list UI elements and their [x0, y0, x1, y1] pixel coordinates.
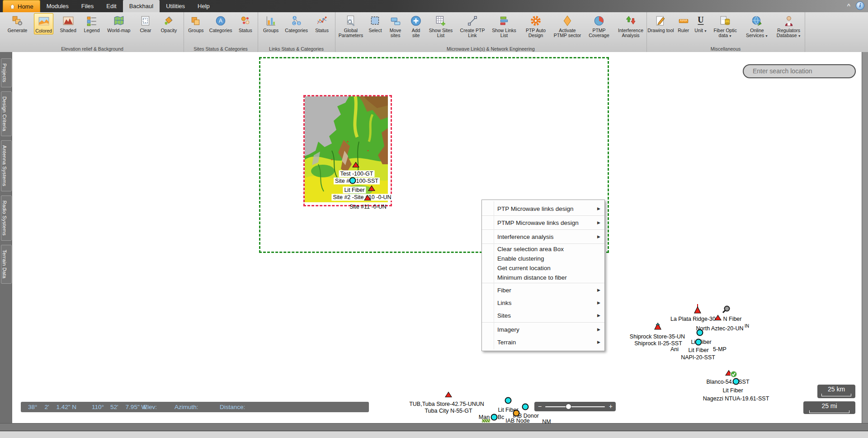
map-canvas[interactable]: [12, 52, 862, 423]
ribbon-button-select[interactable]: Select: [367, 13, 384, 33]
map-right-edge: [862, 52, 868, 423]
opacity-icon: [163, 14, 175, 28]
ruler-icon: [678, 14, 689, 28]
ribbon-button-colored[interactable]: Colored: [34, 13, 53, 34]
ribbon-button-unit[interactable]: UUnit ▼: [692, 13, 709, 34]
sidebar-tab-design-criteria[interactable]: Design Criteria: [1, 91, 12, 136]
ribbon-button-shaded[interactable]: Shaded: [59, 13, 77, 33]
application-window: HomeModulesFilesEditBackhaulUtilitiesHel…: [0, 0, 868, 438]
ribbon-button-label: Activate PTMP sector: [552, 28, 582, 38]
info-icon[interactable]: i: [856, 1, 864, 10]
ribbon-button-label: Ruler: [678, 28, 689, 33]
svg-text:A: A: [219, 18, 222, 24]
ribbon-group-sites-status-categories: GroupsACategoriesStatusSites Status & Ca…: [184, 12, 258, 52]
ribbon-button-online-services[interactable]: Online Services ▼: [741, 13, 773, 39]
ribbon-button-world-map[interactable]: World-map: [106, 13, 131, 33]
tab-label: Help: [198, 3, 210, 10]
menu-bar: HomeModulesFilesEditBackhaulUtilitiesHel…: [0, 0, 868, 12]
ribbon-button-label: Legend: [84, 28, 99, 33]
svg-text:U: U: [698, 15, 703, 24]
tab-edit[interactable]: Edit: [100, 0, 123, 12]
ribbon-group-links-status-categories: GroupsACBCategoriesStatusLinks Status & …: [258, 12, 335, 52]
ribbon-button-ruler[interactable]: Ruler: [675, 13, 692, 33]
ribbon-button-ptp-auto-design[interactable]: PTP Auto Design: [520, 13, 552, 38]
tab-utilities[interactable]: Utilities: [160, 0, 191, 12]
tab-files[interactable]: Files: [75, 0, 100, 12]
ribbon-button-label: Interference Analysis: [616, 28, 646, 38]
ribbon-button-label: PTP Auto Design: [521, 28, 551, 38]
ribbon-button-fiber-optic-data[interactable]: Fiber Optic data ▼: [709, 13, 741, 39]
ribbon-button-label: Generate: [8, 28, 28, 33]
global-parameters-icon: [345, 14, 357, 28]
ribbon-button-create-ptp-link[interactable]: Create PTP Link: [457, 13, 488, 38]
ribbon-group-elevation-relief-background: GenerateColoredShadedLegendWorld-mapClea…: [1, 12, 184, 52]
sidebar-tab-radio-systems[interactable]: Radio Systems: [1, 195, 12, 241]
ribbon-button-groups[interactable]: Groups: [187, 13, 204, 33]
show-sites-list-icon: [435, 14, 447, 28]
tab-backhaul[interactable]: Backhaul: [123, 0, 160, 12]
sidebar-tab-terrain-data[interactable]: Terrain Data: [1, 245, 12, 284]
ribbon-button-label: Move sites: [385, 28, 406, 38]
status-icon: [316, 14, 328, 28]
select-icon: [369, 14, 381, 28]
ribbon-button-label: Categories: [209, 28, 232, 33]
move-sites-icon: [390, 14, 401, 28]
ribbon-button-label: Show Sites List: [426, 28, 456, 38]
ribbon-button-label: Create PTP Link: [458, 28, 487, 38]
categories-icon: A: [215, 14, 226, 28]
ribbon-collapse-icon[interactable]: ^: [847, 2, 850, 10]
ribbon-button-status[interactable]: Status: [313, 13, 330, 33]
ribbon-button-move-sites[interactable]: Move sites: [384, 13, 407, 38]
ribbon-group-label: Links Status & Categories: [258, 46, 335, 52]
ribbon-button-label: Groups: [263, 28, 278, 33]
ribbon-button-interference-analysis[interactable]: Interference Analysis: [615, 13, 646, 38]
ribbon-button-label: Show Links List: [489, 28, 519, 38]
ribbon-button-status[interactable]: Status: [237, 13, 254, 33]
ribbon-button-label: Fiber Optic data ▼: [710, 28, 740, 38]
tab-label: Utilities: [166, 3, 185, 10]
ribbon-group-label: Microwave Link(s) & Network Engineering: [335, 46, 646, 52]
ribbon-button-activate-ptmp-sector[interactable]: Activate PTMP sector: [552, 13, 583, 38]
online-services-icon: [751, 14, 763, 28]
tab-home[interactable]: Home: [3, 0, 40, 12]
ribbon-button-legend[interactable]: Legend: [83, 13, 100, 33]
unit-icon: U: [695, 14, 707, 28]
ribbon-button-drawing-tool[interactable]: Drawing tool: [646, 13, 675, 33]
ribbon-button-categories[interactable]: ACategories: [208, 13, 233, 33]
ribbon-button-show-links-list[interactable]: Show Links List: [488, 13, 520, 38]
tab-label: Modules: [47, 3, 69, 10]
groups-icon: [265, 14, 277, 28]
ribbon-button-groups[interactable]: Groups: [262, 13, 279, 33]
ptmp-coverage-icon: [593, 14, 605, 28]
ribbon-button-show-sites-list[interactable]: Show Sites List: [425, 13, 457, 38]
ribbon-button-label: PTMP Coverage: [584, 28, 614, 38]
ribbon-button-label: Categories: [285, 28, 308, 33]
ribbon-button-label: Groups: [188, 28, 203, 33]
drawing-tool-icon: [655, 14, 666, 28]
window-bottom-strip: [0, 431, 868, 438]
sidebar-tab-projects[interactable]: Projects: [1, 58, 12, 87]
ribbon-button-label: Add site: [408, 28, 424, 38]
ribbon-button-label: Online Services ▼: [742, 28, 772, 38]
ribbon-button-ptmp-coverage[interactable]: PTMP Coverage: [583, 13, 615, 38]
svg-text:C: C: [293, 22, 295, 25]
ribbon-button-global-parameters[interactable]: Global Parameters: [335, 13, 367, 38]
sidebar-tab-antenna-systems[interactable]: Antenna Systems: [1, 140, 12, 191]
ribbon-button-clear[interactable]: Clear: [137, 13, 154, 33]
status-icon: [240, 14, 251, 28]
tab-help[interactable]: Help: [191, 0, 216, 12]
ribbon-group-miscellaneous: Drawing toolRulerUUnit ▼Fiber Optic data…: [646, 12, 805, 52]
ribbon-button-label: World-map: [107, 28, 130, 33]
shaded-icon: [62, 14, 74, 28]
ribbon-button-categories[interactable]: ACBCategories: [284, 13, 309, 33]
ribbon-button-opacity[interactable]: Opacity: [160, 13, 178, 33]
ribbon-button-regulators-database[interactable]: Regulators Database ▼: [773, 13, 805, 39]
ribbon-button-label: Opacity: [161, 28, 177, 33]
ribbon-button-add-site[interactable]: Add site: [407, 13, 425, 38]
map-bottom-edge: [0, 423, 868, 431]
ribbon-button-label: Clear: [140, 28, 151, 33]
add-site-icon: [410, 14, 422, 28]
ribbon-button-generate[interactable]: Generate: [7, 13, 28, 33]
tab-modules[interactable]: Modules: [40, 0, 75, 12]
svg-text:A: A: [293, 16, 296, 19]
